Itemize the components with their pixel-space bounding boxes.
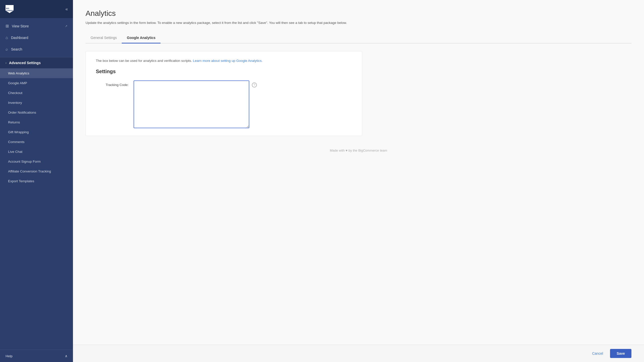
chevron-left-icon: ‹ (6, 61, 7, 64)
settings-heading: Settings (96, 69, 352, 74)
tracking-code-textarea[interactable] (134, 80, 249, 128)
google-analytics-card: The box below can be used for analytics … (86, 51, 362, 136)
home-icon: ⌂ (6, 35, 8, 40)
sidebar-item-view-store-label: View Store (12, 24, 29, 28)
store-icon: ⊞ (6, 24, 9, 28)
heart-icon: ♥ (346, 149, 348, 152)
help-label: Help (6, 354, 13, 358)
external-link-icon: ↗ (65, 24, 67, 28)
bigcommerce-logo-icon: BIG COMMERCE (5, 5, 14, 14)
learn-more-link[interactable]: Learn more about setting up Google Analy… (193, 59, 263, 63)
tracking-code-help-icon[interactable]: ? (252, 82, 257, 87)
chevron-up-icon: ∧ (65, 354, 67, 358)
sidebar: BIG COMMERCE « ⊞ View Store ↗ ⌂ Dashboar… (0, 0, 73, 362)
tabs-bar: General Settings Google Analytics (86, 33, 631, 43)
collapse-sidebar-button[interactable]: « (65, 7, 68, 12)
footer-actions: Cancel Save (589, 349, 631, 358)
sidebar-menu: Web Analytics Google AMP Checkout Invent… (0, 68, 73, 350)
svg-text:BIG: BIG (6, 8, 9, 9)
sidebar-item-affiliate-conversion-tracking[interactable]: Affiliate Conversion Tracking (0, 166, 73, 176)
tab-google-analytics[interactable]: Google Analytics (122, 33, 160, 43)
sidebar-item-dashboard-label: Dashboard (11, 36, 28, 40)
sidebar-item-returns[interactable]: Returns (0, 117, 73, 127)
sidebar-item-web-analytics[interactable]: Web Analytics (0, 68, 73, 78)
search-icon: ⌕ (6, 47, 8, 52)
sidebar-item-search[interactable]: ⌕ Search (0, 43, 73, 55)
sidebar-item-inventory[interactable]: Inventory (0, 98, 73, 108)
logo: BIG COMMERCE (5, 5, 14, 14)
sidebar-item-google-amp[interactable]: Google AMP (0, 78, 73, 88)
cancel-button[interactable]: Cancel (589, 349, 607, 357)
main-content: Analytics Update the analytics settings … (73, 0, 644, 362)
sidebar-item-dashboard[interactable]: ⌂ Dashboard (0, 32, 73, 43)
sidebar-item-gift-wrapping[interactable]: Gift Wrapping (0, 127, 73, 137)
sidebar-item-comments[interactable]: Comments (0, 137, 73, 147)
sidebar-item-view-store[interactable]: ⊞ View Store ↗ (0, 20, 73, 32)
tab-general-settings[interactable]: General Settings (86, 33, 122, 43)
tracking-code-input-group: ? (134, 80, 257, 128)
tracking-code-row: Tracking Code: ? (96, 80, 352, 128)
page-title: Analytics (86, 9, 631, 18)
advanced-settings-section[interactable]: ‹ Advanced Settings (0, 57, 73, 68)
sidebar-item-live-chat[interactable]: Live Chat (0, 147, 73, 157)
sidebar-item-checkout[interactable]: Checkout (0, 88, 73, 98)
made-with-prefix: Made with (330, 149, 345, 152)
sidebar-footer-help[interactable]: Help ∧ (0, 350, 73, 362)
sidebar-item-account-signup-form[interactable]: Account Signup Form (0, 157, 73, 166)
analytics-info: The box below can be used for analytics … (96, 59, 352, 63)
footer-bar: Cancel Save (73, 345, 644, 362)
sidebar-item-export-templates[interactable]: Export Templates (0, 176, 73, 186)
sidebar-item-search-label: Search (11, 47, 22, 51)
tracking-code-label: Tracking Code: (96, 80, 129, 87)
analytics-info-text: The box below can be used for analytics … (96, 59, 192, 63)
sidebar-item-order-notifications[interactable]: Order Notifications (0, 108, 73, 117)
sidebar-nav-top: ⊞ View Store ↗ ⌂ Dashboard ⌕ Search (0, 18, 73, 57)
sidebar-section-label: Advanced Settings (9, 61, 41, 65)
svg-text:COMMERCE: COMMERCE (6, 10, 14, 11)
page-description: Update the analytics settings in the for… (86, 20, 350, 26)
sidebar-header: BIG COMMERCE « (0, 0, 73, 18)
footer-attribution: Made with ♥ by the BigCommerce team (86, 144, 631, 160)
content-area: Analytics Update the analytics settings … (73, 0, 644, 345)
made-with-suffix: by the BigCommerce team (348, 149, 387, 152)
save-button[interactable]: Save (610, 349, 631, 358)
